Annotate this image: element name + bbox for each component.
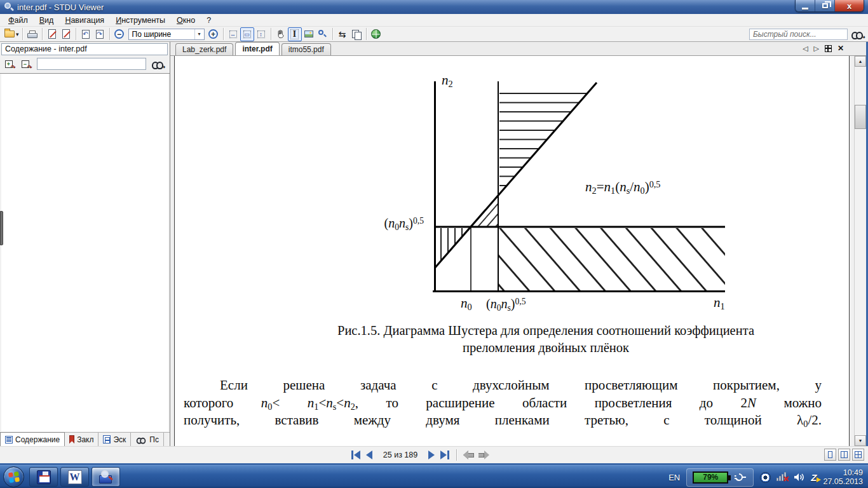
scroll-up-button[interactable]: ▲ bbox=[855, 56, 866, 67]
export-text-button[interactable] bbox=[59, 27, 73, 41]
sidebar-tab-search[interactable]: Пс bbox=[131, 433, 164, 446]
first-page-icon bbox=[351, 451, 353, 459]
collapse-all-button[interactable]: −↷ bbox=[19, 58, 31, 70]
previous-page-button[interactable] bbox=[365, 450, 373, 460]
chevron-down-icon[interactable]: ▾ bbox=[16, 31, 19, 37]
tray-eye-icon[interactable] bbox=[760, 472, 771, 483]
restore-button[interactable] bbox=[815, 0, 835, 11]
clock[interactable]: 10:49 27.05.2013 bbox=[823, 468, 863, 486]
x-tick-n0ns-label: (n0ns)0,5 bbox=[486, 297, 526, 313]
single-page-layout-button[interactable] bbox=[824, 449, 836, 461]
doc-tab-inter[interactable]: inter.pdf bbox=[235, 42, 279, 55]
two-page-icon bbox=[841, 451, 848, 458]
menu-navigation[interactable]: Навигация bbox=[59, 15, 110, 26]
minimize-button[interactable] bbox=[796, 0, 815, 11]
export-page-button[interactable] bbox=[45, 27, 59, 41]
doc-tab-lab-zerk[interactable]: Lab_zerk.pdf bbox=[175, 43, 233, 55]
search-next-button[interactable]: ➜ bbox=[850, 27, 864, 41]
scroll-tabs-left-button[interactable]: ◁ bbox=[803, 44, 808, 53]
grid-layout-icon bbox=[855, 451, 862, 458]
toc-search-input[interactable] bbox=[37, 58, 146, 70]
close-tab-icon[interactable]: ✕ bbox=[837, 44, 844, 53]
taskbar-app-floppy[interactable] bbox=[29, 467, 58, 487]
tile-windows-icon[interactable] bbox=[825, 45, 832, 52]
language-indicator[interactable]: EN bbox=[668, 473, 680, 482]
binoculars-icon: ➜ bbox=[851, 30, 863, 38]
taskbar-app-stdu[interactable] bbox=[92, 467, 120, 487]
toolbar-separator bbox=[223, 28, 224, 40]
clock-time: 10:49 bbox=[823, 468, 863, 477]
text-select-icon: I bbox=[290, 29, 299, 39]
zoom-in-button[interactable]: + bbox=[207, 27, 220, 41]
scroll-tabs-right-button[interactable]: ▷ bbox=[813, 44, 818, 53]
menu-window[interactable]: Окно bbox=[171, 15, 201, 26]
online-button[interactable] bbox=[369, 27, 383, 41]
history-back-button[interactable] bbox=[463, 451, 474, 459]
rotate-right-button[interactable]: ↷ bbox=[93, 27, 107, 41]
globe-icon bbox=[371, 29, 381, 39]
quick-search: ➜ bbox=[749, 27, 864, 41]
toc-search-button[interactable]: ➜ bbox=[151, 58, 163, 70]
menu-tools[interactable]: Инструменты bbox=[110, 15, 171, 26]
quick-search-input[interactable] bbox=[749, 29, 848, 40]
doc-tab-itmo55[interactable]: itmo55.pdf bbox=[281, 43, 331, 55]
menu-view[interactable]: Вид bbox=[34, 15, 60, 26]
windows-logo-icon bbox=[8, 471, 20, 483]
image-select-button[interactable] bbox=[302, 27, 316, 41]
sidebar-tab-bookmarks[interactable]: Закл bbox=[65, 433, 98, 446]
next-page-button[interactable] bbox=[428, 450, 435, 460]
floppy-disk-icon bbox=[37, 470, 51, 484]
swap-arrows-icon: ⇆ bbox=[339, 30, 346, 39]
toc-tree[interactable] bbox=[1, 74, 168, 431]
sidebar-collapse-handle[interactable] bbox=[0, 211, 3, 245]
document-viewport[interactable]: n2 n2=n1(ns/n0)0,5 (n0ns)0,5 n0 (n0ns)0,… bbox=[170, 56, 868, 446]
battery-icon: 79% bbox=[693, 471, 728, 484]
paragraph-line-2: которого n0< n1<ns<n2, то расширение обл… bbox=[184, 395, 822, 412]
speaker-icon[interactable] bbox=[794, 472, 805, 482]
restore-icon bbox=[822, 3, 828, 8]
fit-page-button[interactable]: ▭ bbox=[240, 27, 254, 41]
history-forward-button[interactable] bbox=[478, 451, 489, 459]
sidebar-tab-contents[interactable]: Содержание bbox=[0, 432, 65, 446]
pdf-page: n2 n2=n1(ns/n0)0,5 (n0ns)0,5 n0 (n0ns)0,… bbox=[174, 56, 850, 446]
fit-height-button[interactable]: ↕ bbox=[254, 27, 268, 41]
fit-width-button[interactable]: ↔ bbox=[226, 27, 240, 41]
start-button[interactable] bbox=[3, 466, 24, 487]
thumbnails-icon bbox=[103, 435, 111, 444]
first-page-button[interactable] bbox=[351, 450, 361, 460]
open-file-button[interactable]: ▾ bbox=[4, 27, 20, 41]
zoom-in-icon: + bbox=[208, 29, 218, 39]
copy-button[interactable] bbox=[349, 27, 363, 41]
forward-arrow-icon bbox=[484, 451, 489, 459]
grid-layout-button[interactable] bbox=[852, 449, 864, 461]
hatch-region-backward bbox=[499, 228, 725, 290]
vertical-scrollbar[interactable]: ▲ ▼ bbox=[854, 56, 866, 446]
zoom-region-button[interactable] bbox=[316, 27, 330, 41]
text-select-button[interactable]: I bbox=[288, 27, 302, 41]
paragraph-line-3: получить, вставив между двумя пленками т… bbox=[184, 412, 822, 430]
close-button[interactable]: x bbox=[835, 0, 864, 11]
two-page-layout-button[interactable] bbox=[838, 449, 850, 461]
close-icon: x bbox=[847, 1, 851, 11]
scrollbar-thumb[interactable] bbox=[855, 105, 866, 129]
nav-separator bbox=[456, 449, 457, 461]
menu-help[interactable]: ? bbox=[201, 15, 217, 26]
menu-file[interactable]: Файл bbox=[3, 15, 34, 26]
last-page-button[interactable] bbox=[440, 450, 450, 460]
rotate-left-button[interactable]: ↶ bbox=[79, 27, 93, 41]
swap-pages-button[interactable]: ⇆ bbox=[336, 27, 349, 41]
zoom-out-button[interactable]: − bbox=[112, 27, 126, 41]
chevron-down-icon[interactable]: ▾ bbox=[194, 29, 204, 39]
network-icon[interactable]: ✕ bbox=[776, 472, 788, 482]
battery-widget[interactable]: 79% bbox=[686, 468, 754, 487]
word-icon: W bbox=[68, 470, 82, 484]
zoom-mode-combobox[interactable]: По ширине▾ bbox=[128, 29, 205, 40]
tray-z-icon[interactable]: Z bbox=[811, 472, 817, 483]
sidebar-tab-thumbnails[interactable]: Эск bbox=[98, 433, 131, 446]
scroll-down-button[interactable]: ▼ bbox=[855, 435, 866, 446]
hand-tool-button[interactable] bbox=[274, 27, 288, 41]
taskbar-app-word[interactable]: W bbox=[60, 467, 89, 487]
print-button[interactable] bbox=[25, 27, 39, 41]
expand-all-button[interactable]: +↷ bbox=[3, 58, 15, 70]
fit-height-icon: ↕ bbox=[257, 30, 265, 38]
